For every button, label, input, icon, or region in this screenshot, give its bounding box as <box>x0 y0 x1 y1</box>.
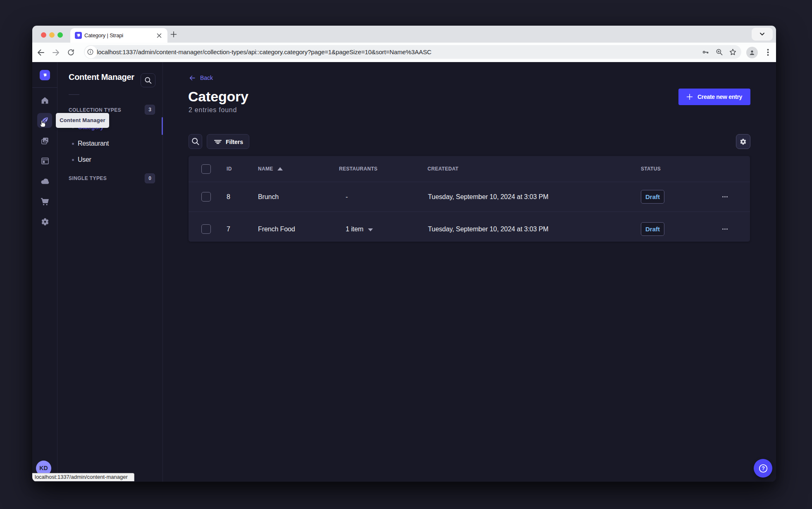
svg-text:?: ? <box>762 466 765 471</box>
